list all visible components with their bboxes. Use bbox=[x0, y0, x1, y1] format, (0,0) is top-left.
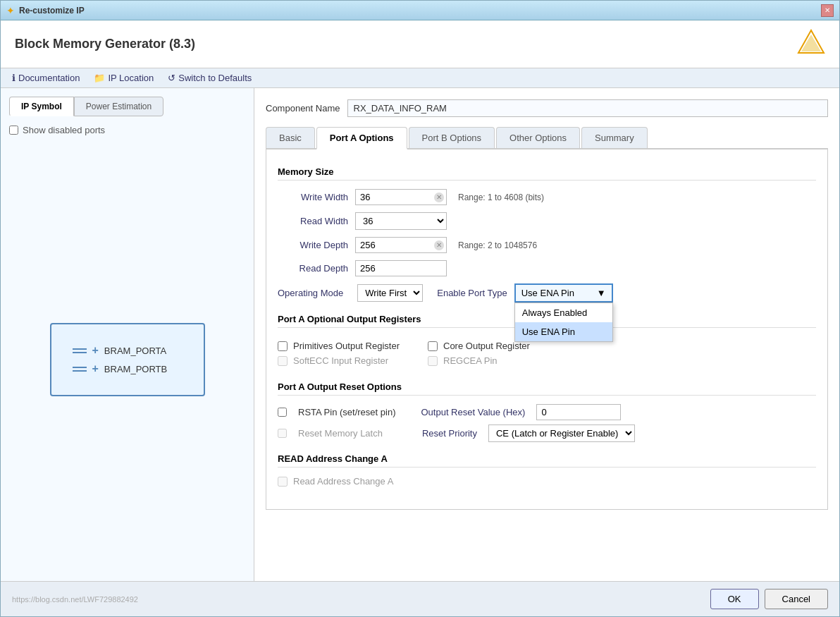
read-address-checkbox[interactable] bbox=[278, 477, 288, 487]
ip-location-link[interactable]: 📁 IP Location bbox=[94, 73, 154, 83]
tab-porta-options[interactable]: Port A Options bbox=[316, 127, 407, 149]
main-content: IP Symbol Power Estimation Show disabled… bbox=[1, 88, 839, 581]
reset-priority-select[interactable]: CE (Latch or Register Enable) SR (Set/Re… bbox=[488, 424, 635, 442]
left-tabs: IP Symbol Power Estimation bbox=[9, 97, 245, 116]
tab-other-options[interactable]: Other Options bbox=[496, 127, 580, 148]
port-line-2 bbox=[73, 352, 87, 353]
option-always-enabled[interactable]: Always Enabled bbox=[515, 303, 612, 322]
write-depth-label: Write Depth bbox=[278, 240, 348, 250]
dropdown-chevron-icon: ▼ bbox=[597, 288, 606, 298]
main-window: ✦ Re-customize IP ✕ Block Memory Generat… bbox=[0, 0, 840, 617]
core-register-checkbox[interactable] bbox=[428, 341, 438, 351]
softecc-register-row: SoftECC Input Register bbox=[278, 355, 400, 366]
tab-ip-symbol[interactable]: IP Symbol bbox=[9, 97, 74, 116]
write-depth-input-wrapper: ✕ bbox=[355, 237, 447, 253]
enable-port-group: Enable Port Type Use ENA Pin ▼ Always En… bbox=[437, 283, 613, 303]
symbol-area: + BRAM_PORTA + BRAM_PORTB bbox=[9, 147, 245, 573]
bram-porta-label: BRAM_PORTA bbox=[104, 346, 166, 356]
output-reset-value-input[interactable] bbox=[536, 404, 621, 420]
write-depth-input[interactable] bbox=[355, 237, 447, 253]
core-register-row: Core Output Register bbox=[428, 341, 530, 351]
reset-memory-checkbox[interactable] bbox=[278, 429, 287, 438]
rsta-label: RSTA Pin (set/reset pin) bbox=[298, 407, 395, 417]
tab-basic[interactable]: Basic bbox=[266, 127, 315, 148]
porta-expand-icon[interactable]: + bbox=[92, 344, 99, 357]
app-icon: ✦ bbox=[6, 5, 15, 16]
component-name-row: Component Name bbox=[266, 99, 828, 117]
operating-mode-row: Operating Mode Write First Enable Port T… bbox=[278, 283, 816, 303]
switch-defaults-link[interactable]: ↺ Switch to Defaults bbox=[168, 73, 252, 83]
softecc-register-label: SoftECC Input Register bbox=[293, 355, 388, 366]
portb-lines bbox=[73, 367, 87, 372]
switch-defaults-label: Switch to Defaults bbox=[178, 73, 252, 83]
operating-mode-select[interactable]: Write First bbox=[357, 284, 423, 302]
softecc-register-checkbox[interactable] bbox=[278, 356, 288, 366]
read-address-title: READ Address Change A bbox=[278, 453, 816, 468]
component-name-input[interactable] bbox=[347, 99, 829, 117]
show-disabled-checkbox[interactable] bbox=[9, 126, 18, 135]
ok-button[interactable]: OK bbox=[710, 589, 759, 609]
optional-registers-left: Primitives Output Register SoftECC Input… bbox=[278, 336, 400, 370]
output-reset-section: Port A Output Reset Options RSTA Pin (se… bbox=[278, 381, 816, 442]
portb-expand-icon[interactable]: + bbox=[92, 362, 99, 375]
regcea-pin-label: REGCEA Pin bbox=[443, 355, 498, 366]
title-bar-left: ✦ Re-customize IP bbox=[6, 5, 85, 16]
bram-porta-row: + BRAM_PORTA bbox=[73, 344, 183, 357]
output-reset-value-label: Output Reset Value (Hex) bbox=[421, 407, 525, 417]
header-bar: Block Memory Generator (8.3) bbox=[1, 20, 839, 68]
enable-port-type-dropdown[interactable]: Use ENA Pin ▼ bbox=[514, 283, 613, 303]
read-address-row: Read Address Change A bbox=[278, 476, 816, 487]
documentation-link[interactable]: ℹ Documentation bbox=[12, 73, 80, 83]
output-reset-title: Port A Output Reset Options bbox=[278, 381, 816, 396]
toolbar: ℹ Documentation 📁 IP Location ↺ Switch t… bbox=[1, 68, 839, 88]
close-button[interactable]: ✕ bbox=[821, 4, 834, 17]
write-width-input[interactable] bbox=[355, 189, 447, 205]
refresh-icon: ↺ bbox=[168, 73, 175, 83]
enable-port-dropdown-wrapper: Use ENA Pin ▼ Always Enabled Use ENA Pin bbox=[514, 283, 613, 303]
rsta-checkbox[interactable] bbox=[278, 408, 287, 417]
tab-portb-options[interactable]: Port B Options bbox=[409, 127, 495, 148]
read-width-select[interactable]: 36 bbox=[355, 212, 447, 230]
primitives-register-checkbox[interactable] bbox=[278, 341, 288, 351]
tab-power-estimation[interactable]: Power Estimation bbox=[74, 97, 163, 116]
reset-priority-label: Reset Priority bbox=[422, 428, 477, 439]
rsta-row: RSTA Pin (set/reset pin) Output Reset Va… bbox=[278, 404, 816, 420]
read-depth-input[interactable] bbox=[355, 260, 447, 276]
show-disabled-label: Show disabled ports bbox=[23, 125, 105, 135]
tab-summary[interactable]: Summary bbox=[581, 127, 648, 148]
watermark: https://blog.csdn.net/LWF729882492 bbox=[12, 595, 138, 604]
write-depth-clear-btn[interactable]: ✕ bbox=[434, 240, 444, 250]
documentation-label: Documentation bbox=[18, 73, 80, 83]
info-icon: ℹ bbox=[12, 73, 16, 83]
window-title: Re-customize IP bbox=[19, 6, 85, 16]
option-use-ena-pin[interactable]: Use ENA Pin bbox=[515, 322, 612, 341]
reset-memory-label: Reset Memory Latch bbox=[298, 428, 383, 439]
read-depth-label: Read Depth bbox=[278, 263, 348, 274]
enable-port-dropdown-menu: Always Enabled Use ENA Pin bbox=[514, 303, 613, 342]
bram-symbol: + BRAM_PORTA + BRAM_PORTB bbox=[50, 323, 205, 396]
app-title: Block Memory Generator (8.3) bbox=[15, 37, 195, 51]
content-tabs: Basic Port A Options Port B Options Othe… bbox=[266, 127, 828, 149]
read-address-label: Read Address Change A bbox=[293, 476, 393, 487]
write-width-clear-btn[interactable]: ✕ bbox=[434, 193, 444, 202]
write-depth-hint: Range: 2 to 1048576 bbox=[458, 240, 537, 250]
title-bar: ✦ Re-customize IP ✕ bbox=[1, 1, 839, 20]
read-width-label: Read Width bbox=[278, 216, 348, 226]
write-width-label: Write Width bbox=[278, 192, 348, 202]
enable-port-type-label: Enable Port Type bbox=[437, 288, 507, 298]
port-line-1 bbox=[73, 348, 87, 350]
bram-portb-label: BRAM_PORTB bbox=[104, 364, 167, 374]
core-register-label: Core Output Register bbox=[443, 341, 530, 351]
write-width-input-wrapper: ✕ bbox=[355, 189, 447, 205]
regcea-pin-checkbox[interactable] bbox=[428, 356, 438, 366]
port-line-4 bbox=[73, 370, 87, 372]
cancel-button[interactable]: Cancel bbox=[765, 589, 828, 609]
read-address-section: READ Address Change A Read Address Chang… bbox=[278, 453, 816, 487]
folder-icon: 📁 bbox=[94, 73, 105, 83]
write-width-row: Write Width ✕ Range: 1 to 4608 (bits) bbox=[278, 189, 816, 205]
enable-port-selected-value: Use ENA Pin bbox=[521, 288, 574, 298]
bottom-bar: https://blog.csdn.net/LWF729882492 OK Ca… bbox=[1, 581, 839, 616]
ip-location-label: IP Location bbox=[108, 73, 154, 83]
component-name-label: Component Name bbox=[266, 103, 340, 114]
read-width-row: Read Width 36 bbox=[278, 212, 816, 230]
